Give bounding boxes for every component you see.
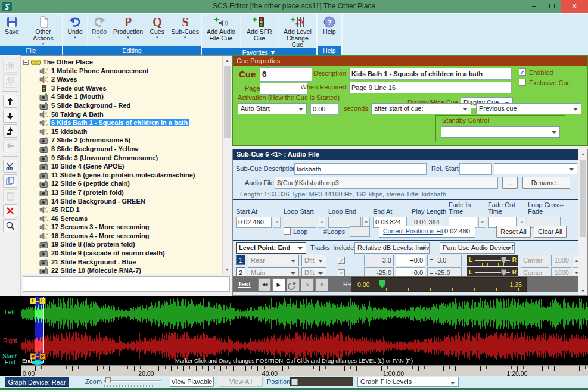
cues-button[interactable]: QCues▼ — [145, 14, 169, 46]
slider-thumb[interactable] — [379, 280, 385, 288]
waveform-canvas[interactable] — [21, 297, 588, 364]
scroll-up-icon[interactable]: ▲ — [223, 56, 232, 65]
tree-item[interactable]: 12 Slide 6 (peptide chain) — [21, 179, 222, 188]
previous-cue-select[interactable]: Previous cue — [476, 103, 581, 114]
tree-item[interactable]: 21 Slide Background - Blue — [21, 258, 222, 267]
audio-file-input[interactable]: $(Cue)\Kidsbath.mp3 — [275, 177, 498, 189]
browse-button[interactable]: ... — [502, 177, 518, 189]
rel-start-input[interactable] — [459, 163, 492, 175]
exclusive-cue-checkbox[interactable] — [519, 79, 526, 86]
cut-button[interactable] — [3, 160, 17, 173]
current-position-link[interactable]: Current Position in File: — [383, 227, 448, 235]
tree-item[interactable]: 46 Screams — [21, 214, 222, 223]
add-sfr-cue-button[interactable]: Add SFR Cue — [240, 14, 278, 48]
tree-item[interactable]: 3 Fade out Waves — [21, 84, 222, 93]
tree-item[interactable]: 10 Slide 4 (Gene APOE) — [21, 162, 222, 171]
reset-all-button[interactable]: Reset All — [496, 226, 531, 238]
tree-scrollbar[interactable]: ▲ ▼ — [222, 56, 232, 274]
device-select[interactable]: Dflt — [301, 255, 326, 266]
tree-item[interactable]: 50 Taking A Bath — [21, 110, 222, 119]
subcue-description-input[interactable]: kidsbath — [294, 163, 427, 175]
transport-position-slider[interactable]: 0.00 1.36 — [351, 277, 527, 292]
after-start-select[interactable]: after start of cue: — [371, 103, 471, 114]
subcue-scroll-thumb[interactable] — [580, 160, 586, 237]
graph-levels-select[interactable]: Graph File Levels — [357, 377, 459, 387]
play-button[interactable]: ▶ — [272, 278, 285, 291]
level-point-select[interactable]: Level Point: End — [236, 242, 306, 254]
tree-item[interactable]: 6 Kids Bath 1 - Squeals of children in a… — [21, 118, 222, 127]
undo-button[interactable]: Undo▼ — [63, 14, 87, 46]
add-audio-file-cue-button[interactable]: Add Audio File Cue — [202, 14, 240, 48]
add-level-change-cue-button[interactable]: Add Level Change Cue — [278, 14, 316, 48]
delete-button[interactable] — [3, 204, 17, 217]
enabled-checkbox[interactable]: ✓ — [519, 68, 526, 76]
pan-mode-select[interactable]: Pan: Use Audio Device Pan — [440, 242, 515, 254]
level-marker-end[interactable]: L — [39, 298, 46, 304]
db-adjust-input[interactable]: +0.0 — [396, 255, 425, 266]
tree-item[interactable]: 1 Mobile Phone Announcement — [21, 67, 222, 76]
tree-item[interactable]: 4 Slide 1 (Mouth) — [21, 92, 222, 101]
save-button[interactable]: Save — [0, 14, 24, 46]
tree-item[interactable]: 18 Screams 4 - More screaming — [21, 232, 222, 241]
pan-slider[interactable]: LR — [467, 255, 518, 266]
tree-item[interactable]: 15 kidsbath — [21, 127, 222, 136]
insert-cue-button[interactable] — [3, 60, 17, 73]
remove-cue-button[interactable] — [3, 74, 17, 88]
field-input-start-at[interactable]: 0:02.460 — [236, 217, 272, 228]
pan-thumb[interactable] — [501, 257, 506, 263]
tree-item[interactable]: 17 Screams 3 - More screaming — [21, 223, 222, 232]
redo-button[interactable]: Redo▼ — [87, 14, 111, 46]
loop-checkbox[interactable] — [284, 227, 291, 235]
tree-item[interactable]: 7 Slide 2 (chromosome 5) — [21, 136, 222, 145]
tree-item[interactable]: 5 Slide Background - Red — [21, 101, 222, 110]
tree-item[interactable]: 20 Slide 9 (cascade of neuron death) — [21, 249, 222, 258]
description-input[interactable]: Kids Bath 1 - Squeals of children in a b… — [349, 68, 512, 80]
tree-item[interactable]: 14 Slide Background - GREEN — [21, 197, 222, 206]
view-playable-button[interactable]: View Playable — [170, 377, 214, 387]
move-left-button[interactable] — [3, 139, 17, 152]
graph-position-thumb[interactable] — [291, 379, 298, 385]
when-required-input[interactable]: Page 9 Line 16 — [349, 82, 512, 93]
move-down-button[interactable] — [3, 110, 17, 123]
move-top-button[interactable] — [3, 124, 17, 138]
rel-start-select[interactable] — [494, 163, 577, 174]
subcue-scrollbar[interactable]: ▲ ▼ — [578, 149, 587, 295]
rewind-button[interactable]: ◀◀ — [258, 278, 271, 291]
include-checkbox[interactable]: ✓ — [338, 257, 345, 264]
tree-expander[interactable]: − — [23, 60, 29, 65]
view-all-button[interactable]: View All — [219, 377, 263, 387]
level-marker-start[interactable]: L — [30, 298, 36, 304]
other-actions-button[interactable]: Other Actions▼ — [24, 14, 62, 46]
scroll-down-icon[interactable]: ▼ — [578, 286, 587, 295]
zoom-thumb[interactable] — [105, 377, 111, 385]
graph-position-slider[interactable] — [290, 377, 353, 386]
cue-note-box[interactable] — [23, 276, 230, 292]
forward-button[interactable]: > — [301, 278, 314, 291]
standby-control-select[interactable] — [441, 126, 560, 138]
paste-button[interactable] — [3, 189, 17, 202]
find-button[interactable] — [3, 219, 17, 232]
tree-item[interactable]: 11 Slide 5 (gene-to-protein-molecularmac… — [21, 171, 222, 180]
minimize-button[interactable]: – — [525, 0, 543, 13]
move-up-button[interactable] — [3, 95, 17, 108]
activation-mode-select[interactable]: Auto Start — [238, 103, 307, 114]
production-button[interactable]: PProduction▼ — [111, 14, 145, 46]
tree-item[interactable]: 9 Slide 3 (Unwound Chromosome) — [21, 154, 222, 163]
close-button[interactable]: ✕ — [561, 0, 588, 13]
tree-item[interactable]: 13 Slide 7 (protein fold) — [21, 188, 222, 197]
track-number-badge[interactable]: 1 — [236, 255, 245, 265]
pan-thumb[interactable] — [501, 269, 506, 276]
nudge-button[interactable]: » — [478, 217, 486, 228]
graph-device-button[interactable]: Graph Device: Rear — [5, 377, 69, 387]
rename-button[interactable]: Rename... — [522, 177, 570, 189]
tree-item[interactable]: 19 Slide 8 (lab protein fold) — [21, 240, 222, 249]
sub-cues-button[interactable]: SSub-Cues▼ — [169, 14, 201, 46]
current-position-value[interactable]: 0:02.460 — [443, 227, 475, 236]
tree-item[interactable]: 2 Waves — [21, 75, 222, 84]
field-input-loop-start[interactable] — [284, 217, 316, 228]
tree-item[interactable]: 8 Slide Background - Yellow — [21, 145, 222, 154]
tree-item[interactable]: 22 Slide 10 (Molecule RNA-7) — [21, 266, 222, 274]
nudge-button[interactable]: » — [318, 217, 325, 228]
loops-input[interactable] — [350, 226, 370, 237]
tree-root[interactable]: −The Other Place — [21, 58, 222, 67]
